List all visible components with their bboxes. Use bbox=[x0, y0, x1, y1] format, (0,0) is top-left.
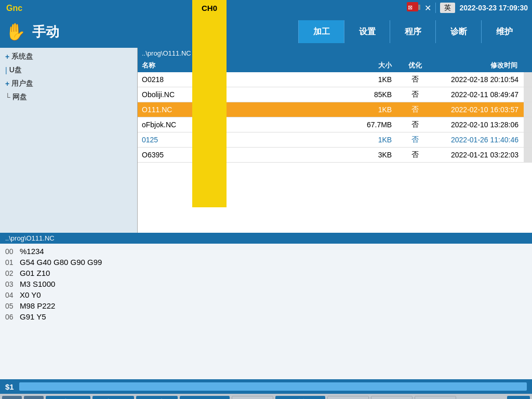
file-size-cell: 67.7MB bbox=[349, 117, 396, 132]
expand-icon-user: + bbox=[5, 79, 9, 88]
line-number: 02 bbox=[5, 269, 20, 277]
sidebar-item-system-disk[interactable]: + 系统盘 bbox=[0, 50, 137, 63]
file-size-cell: 85KB bbox=[349, 87, 396, 102]
line-number: 04 bbox=[5, 291, 20, 299]
line-number: 06 bbox=[5, 313, 20, 321]
signal-icon: ⊠ bbox=[407, 2, 420, 14]
nav-btn-settings[interactable]: 设置 bbox=[344, 20, 390, 43]
nav-btn-program[interactable]: 程序 bbox=[390, 20, 435, 43]
col-header-opt: 优化 bbox=[396, 59, 434, 72]
main-content: + 系统盘 | U盘 + 用户盘 └ 网盘 ..\prog\O111.NC 名称… bbox=[0, 48, 532, 233]
file-name-cell: O6395 bbox=[138, 148, 349, 163]
empty-button-1[interactable] bbox=[232, 396, 273, 399]
search-button[interactable]: 查找 ▼ bbox=[180, 396, 230, 399]
col-header-time: 修改时间 bbox=[435, 59, 524, 72]
empty-button-2[interactable] bbox=[327, 396, 369, 399]
code-line: 01G54 G40 G80 G90 G99 bbox=[0, 257, 532, 268]
status-label: $1 bbox=[5, 382, 14, 391]
end-arrow-button[interactable]: →| bbox=[507, 396, 530, 399]
line-code: G01 Z10 bbox=[20, 269, 50, 277]
col-header-name: 名称 bbox=[138, 59, 349, 72]
file-time-cell: 2022-02-18 20:10:54 bbox=[435, 72, 524, 87]
code-viewer: ..\prog\O111.NC 00%123401G54 G40 G80 G90… bbox=[0, 233, 532, 379]
file-opt-cell: 否 bbox=[396, 72, 434, 87]
file-opt-cell: 否 bbox=[396, 102, 434, 117]
code-line: 04X0 Y0 bbox=[0, 289, 532, 300]
logo-area: Gnc bbox=[0, 0, 28, 16]
code-path-bar: ..\prog\O111.NC bbox=[0, 233, 532, 244]
svg-text:⊠: ⊠ bbox=[408, 4, 413, 10]
file-size-cell: 3KB bbox=[349, 148, 396, 163]
expand-icon: + bbox=[5, 52, 9, 61]
mode-title: 手动 bbox=[32, 23, 298, 41]
file-opt-cell: 否 bbox=[396, 132, 434, 148]
sidebar-label-net: 网盘 bbox=[12, 92, 27, 102]
sidebar-label-udisk: U盘 bbox=[9, 65, 22, 75]
select-program-button[interactable]: 选择 程序 bbox=[46, 396, 90, 399]
file-opt-cell: 否 bbox=[396, 148, 434, 163]
nav-btn-maintain[interactable]: 维护 bbox=[481, 20, 527, 43]
datetime-display: 2022-03-23 17:09:30 bbox=[459, 4, 528, 12]
nav-btn-diagnose[interactable]: 诊断 bbox=[435, 20, 481, 43]
line-code: %1234 bbox=[20, 247, 44, 256]
code-line: 02G01 Z10 bbox=[0, 268, 532, 278]
file-name-cell: O0218 bbox=[138, 72, 349, 87]
status-progress-bar bbox=[19, 382, 527, 391]
file-opt-cell: 否 bbox=[396, 87, 434, 102]
sidebar-item-user-disk[interactable]: + 用户盘 bbox=[0, 77, 137, 90]
file-opt-cell: 否 bbox=[396, 117, 434, 132]
code-line: 06G91 Y5 bbox=[0, 311, 532, 322]
line-code: M3 S1000 bbox=[20, 280, 55, 288]
line-code: X0 Y0 bbox=[20, 290, 41, 299]
code-content: 00%123401G54 G40 G80 G90 G9902G01 Z1003M… bbox=[0, 244, 532, 379]
code-line: 00%1234 bbox=[0, 246, 532, 257]
lang-badge[interactable]: 英 bbox=[440, 3, 455, 13]
code-line: 03M3 S1000 bbox=[0, 278, 532, 289]
nav-buttons: 加工 设置 程序 诊断 维护 bbox=[298, 20, 527, 43]
up-icon-button[interactable]: ▲ bbox=[2, 396, 22, 399]
close-x-icon[interactable]: ✕ bbox=[424, 3, 431, 13]
sidebar-prefix-net: └ bbox=[5, 93, 10, 101]
nav-btn-machining[interactable]: 加工 bbox=[298, 20, 344, 43]
file-time-cell: 2022-01-26 11:40:46 bbox=[435, 132, 524, 148]
sidebar-item-net-disk[interactable]: └ 网盘 bbox=[0, 90, 137, 104]
ch0-label: CH0 bbox=[202, 4, 217, 12]
file-name-cell: 0125 bbox=[138, 132, 349, 148]
sidebar-label-system: 系统盘 bbox=[11, 52, 33, 61]
sidebar-item-udisk[interactable]: | U盘 bbox=[0, 63, 137, 77]
file-name-cell: O111.NC bbox=[138, 102, 349, 117]
file-name-cell: Oboliji.NC bbox=[138, 87, 349, 102]
sidebar: + 系统盘 | U盘 + 用户盘 └ 网盘 bbox=[0, 48, 138, 233]
file-size-cell: 1KB bbox=[349, 102, 396, 117]
line-number: 00 bbox=[5, 247, 20, 256]
status-bar: $1 bbox=[0, 379, 532, 394]
file-size-cell: 1KB bbox=[349, 72, 396, 87]
sidebar-prefix-udisk: | bbox=[5, 66, 7, 74]
line-code: G91 Y5 bbox=[20, 312, 46, 321]
bottom-toolbar: ▲ ⧉ 2 选择 程序 加工 优化 取消 优化 查找 ▼ 后台 编辑 ▼ →| bbox=[0, 394, 532, 399]
file-name-cell: oFbjok.NC bbox=[138, 117, 349, 132]
col-header-size: 大小 bbox=[349, 59, 396, 72]
file-time-cell: 2022-02-10 13:28:06 bbox=[435, 117, 524, 132]
titlebar: ✋ 手动 加工 设置 程序 诊断 维护 bbox=[0, 16, 532, 48]
layers-button[interactable]: ⧉ 2 bbox=[24, 396, 44, 399]
file-time-cell: 2022-01-21 03:22:03 bbox=[435, 148, 524, 163]
header-right: ⊠ ✕ 英 2022-03-23 17:09:30 bbox=[407, 2, 532, 14]
file-time-cell: 2022-02-11 08:49:47 bbox=[435, 87, 524, 102]
line-code: G54 G40 G80 G90 G99 bbox=[20, 258, 102, 267]
line-number: 03 bbox=[5, 280, 20, 288]
header-bar: Gnc CH0 ⊠ ✕ 英 2022-03-23 17:09:30 bbox=[0, 0, 532, 16]
empty-button-4[interactable] bbox=[415, 396, 456, 399]
svg-text:Gnc: Gnc bbox=[6, 4, 22, 12]
line-code: M98 P222 bbox=[20, 301, 55, 310]
code-line: 05M98 P222 bbox=[0, 300, 532, 311]
line-number: 01 bbox=[5, 258, 20, 267]
sidebar-label-user: 用户盘 bbox=[11, 79, 33, 88]
empty-button-3[interactable] bbox=[371, 396, 413, 399]
cancel-optimize-button[interactable]: 取消 优化 bbox=[136, 396, 178, 399]
svg-rect-4 bbox=[418, 5, 420, 10]
backend-edit-button[interactable]: 后台 编辑 ▼ bbox=[275, 396, 325, 399]
machining-optimize-button[interactable]: 加工 优化 bbox=[92, 396, 134, 399]
line-number: 05 bbox=[5, 302, 20, 310]
file-size-cell: 1KB bbox=[349, 132, 396, 148]
